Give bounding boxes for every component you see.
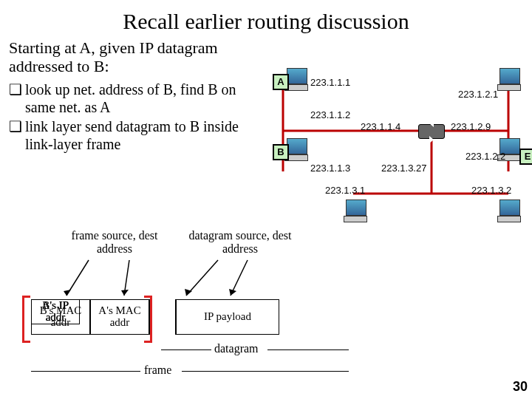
network-diagram: A B E 223.1.1.1 223.1.1.2 223.1.1.4 223.… [265,61,529,231]
svg-line-10 [186,260,218,296]
svg-marker-9 [121,290,129,296]
ip-address: 223.1.3.2 [471,185,511,196]
field-a-mac: A's MAC addr [90,299,149,335]
computer-icon [499,68,521,91]
host-label-a: A [273,74,289,90]
field-payload: IP payload [176,299,279,335]
field-gap [149,299,176,335]
line-icon [31,371,140,372]
bullet-text: link layer send datagram to B inside lin… [25,117,256,153]
router-icon [418,124,445,139]
bullet-list: ❑ look up net. address of B, find B on s… [9,81,256,153]
datagram-label: datagram [214,342,259,355]
line-icon [182,371,349,372]
bullet-item: ❑ look up net. address of B, find B on s… [9,81,256,116]
field-b-ip: B's IP addr [31,299,80,324]
ip-address: 223.1.2.2 [466,151,505,162]
ip-address: 223.1.2.9 [451,121,491,132]
computer-icon [287,68,308,91]
bullet-icon: ❑ [9,117,25,153]
ip-address: 223.1.1.3 [310,163,350,174]
ip-address: 223.1.3.1 [325,185,365,196]
computer-icon [287,138,308,161]
slide-title: Recall earlier routing discussion [0,9,532,34]
line-icon [267,349,349,350]
frame-structure: B's MAC addr A's MAC addr A's IP addr B'… [31,299,279,335]
bullet-text: look up net. address of B, find B on sam… [25,81,256,116]
ip-address: 223.1.1.1 [310,77,350,88]
computer-icon [346,200,367,222]
ip-address: 223.1.2.1 [458,89,498,100]
bullet-icon: ❑ [9,81,25,116]
bracket-left-icon [22,296,30,343]
bullet-item: ❑ link layer send datagram to B inside l… [9,117,256,153]
host-label-e: E [519,149,532,165]
computer-icon [499,200,521,222]
line-icon [161,349,211,350]
host-label-b: B [273,144,289,160]
label-arrows [0,222,369,303]
ip-address: 223.1.1.2 [310,109,350,120]
ip-address: 223.1.1.4 [361,121,400,132]
page-number: 30 [513,379,528,395]
intro-text: Starting at A, given IP datagram address… [9,38,245,76]
frame-label: frame [144,364,171,377]
ip-address: 223.1.3.27 [381,163,426,174]
